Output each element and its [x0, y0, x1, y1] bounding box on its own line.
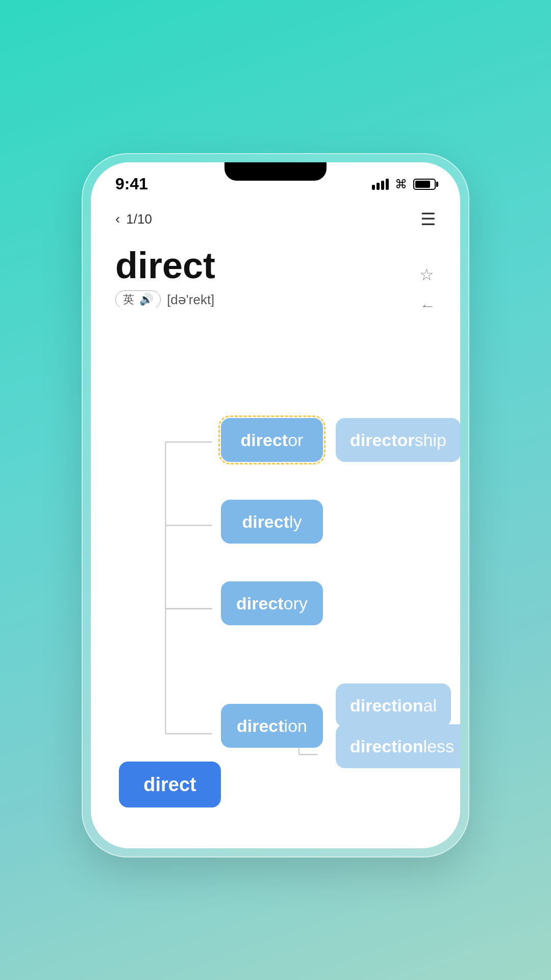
node-directional-suffix: al: [423, 696, 437, 716]
tree-panel: direct director directorship directly di…: [91, 307, 460, 848]
node-directly-bold: direct: [242, 512, 289, 532]
phone-notch: [224, 162, 327, 181]
signal-bar-1: [372, 185, 375, 190]
word-tree: direct director directorship directly di…: [116, 338, 435, 848]
phonetic-text: [də'rekt]: [167, 292, 214, 308]
node-directly-suffix: ly: [289, 512, 302, 532]
node-directly[interactable]: directly: [221, 500, 323, 544]
signal-bar-3: [381, 181, 384, 190]
node-directory-bold: direct: [236, 594, 284, 614]
node-directional[interactable]: directional: [336, 683, 451, 727]
nav-bar: ‹ 1/10 ☰: [115, 199, 436, 239]
filter-icon[interactable]: ☰: [420, 209, 436, 229]
star-icon[interactable]: ☆: [419, 265, 436, 284]
wifi-icon: ⌘: [395, 177, 407, 191]
phone-screen: 9:41 ⌘ ‹ 1/10: [91, 162, 460, 848]
node-direction[interactable]: direction: [221, 704, 323, 748]
node-directorship-bold: director: [350, 430, 415, 450]
node-director-suffix: or: [288, 430, 303, 450]
status-time: 9:41: [115, 175, 148, 193]
node-directory-suffix: ory: [284, 594, 308, 614]
node-direction-bold: direct: [237, 716, 284, 736]
node-directionless[interactable]: directionless: [336, 724, 460, 768]
back-button[interactable]: ‹: [115, 211, 120, 227]
node-director-bold: direct: [241, 430, 288, 450]
node-directionless-bold: direction: [350, 737, 423, 756]
battery-fill: [415, 181, 430, 188]
node-directorship-suffix: ship: [415, 430, 446, 450]
node-direct[interactable]: direct: [119, 762, 221, 807]
sound-icon[interactable]: 🔊: [139, 293, 153, 306]
word-title: direct: [115, 244, 436, 286]
signal-bar-2: [377, 183, 380, 190]
nav-left: ‹ 1/10: [115, 211, 152, 227]
node-director[interactable]: director: [221, 418, 323, 462]
node-directional-bold: direction: [350, 696, 423, 716]
node-directorship[interactable]: directorship: [336, 418, 460, 462]
node-direction-suffix: ion: [284, 716, 307, 736]
phonetic-region: 英 🔊: [115, 290, 161, 309]
battery-icon: [413, 179, 436, 190]
word-phonetic: 英 🔊 [də'rekt]: [115, 290, 436, 309]
node-directionless-suffix: less: [423, 737, 454, 756]
node-directory[interactable]: directory: [221, 581, 323, 625]
page-indicator: 1/10: [126, 211, 152, 227]
signal-bar-4: [386, 179, 389, 190]
signal-icon: [372, 179, 389, 190]
phone-frame: 9:41 ⌘ ‹ 1/10: [82, 153, 469, 857]
status-icons: ⌘: [372, 177, 436, 191]
